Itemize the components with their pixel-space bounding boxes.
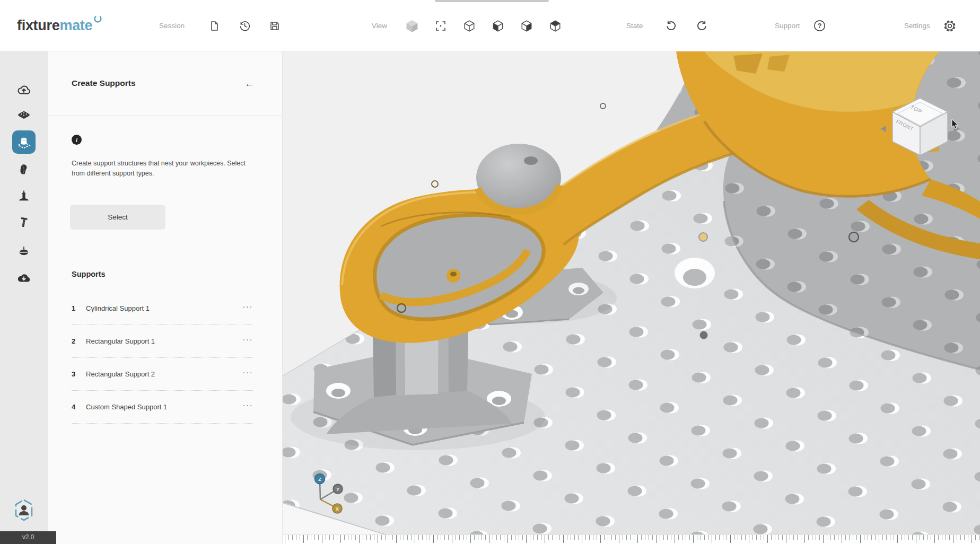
support-name: Rectangular Support 1 xyxy=(86,337,243,345)
shaded-cube-icon[interactable] xyxy=(404,18,420,34)
state-group: State xyxy=(626,0,710,51)
axis-y-label: Y xyxy=(336,487,339,492)
viewport-ruler xyxy=(283,534,980,544)
logo-text-secondary: mate xyxy=(59,17,92,34)
supports-list: 1 Cylindrical Support 1 ··· 2 Rectangula… xyxy=(72,292,253,424)
support-index: 2 xyxy=(72,337,86,345)
support-name: Cylindrical Support 1 xyxy=(86,304,243,312)
iso-cube-icon[interactable] xyxy=(461,18,477,34)
3d-viewport[interactable]: TOP FRONT Z Y X xyxy=(283,51,980,544)
create-supports-panel: Create Supports ← i Create support struc… xyxy=(48,51,283,544)
svg-text:?: ? xyxy=(817,22,821,30)
support-name: Custom Shaped Support 1 xyxy=(86,403,243,411)
session-label: Session xyxy=(159,22,185,30)
save-icon[interactable] xyxy=(267,18,283,34)
state-label: State xyxy=(626,22,643,30)
download-cloud-icon[interactable] xyxy=(0,270,48,286)
panel-title: Create Supports xyxy=(72,78,136,88)
logo-text-primary: fixture xyxy=(17,17,59,34)
cube-face-left-icon[interactable] xyxy=(490,18,506,34)
select-button[interactable]: Select xyxy=(70,205,165,230)
tool-rail xyxy=(0,51,48,544)
support-list-item[interactable]: 4 Custom Shaped Support 1 ··· xyxy=(72,391,253,424)
support-list-item[interactable]: 2 Rectangular Support 1 ··· xyxy=(72,325,253,358)
session-group: Session xyxy=(159,0,283,51)
support-label: Support xyxy=(775,22,800,30)
support-list-item[interactable]: 1 Cylindrical Support 1 ··· xyxy=(72,292,253,325)
support-index: 3 xyxy=(72,370,86,378)
clamp-icon[interactable] xyxy=(0,188,48,204)
create-supports-icon[interactable] xyxy=(12,130,36,154)
upload-cloud-icon[interactable] xyxy=(0,82,48,98)
app-header: fixturemate Session xyxy=(0,0,980,51)
app-logo: fixturemate xyxy=(17,0,102,51)
support-index: 4 xyxy=(72,403,86,411)
cube-face-top-icon[interactable] xyxy=(547,18,563,34)
axis-z-label: Z xyxy=(318,477,321,482)
history-icon[interactable] xyxy=(237,18,252,34)
user-avatar[interactable] xyxy=(13,498,35,522)
workpiece-icon[interactable] xyxy=(0,162,48,178)
item-menu-icon[interactable]: ··· xyxy=(243,372,253,375)
help-icon[interactable]: ? xyxy=(811,18,827,34)
settings-group: Settings xyxy=(904,0,958,51)
support-group: Support ? xyxy=(775,0,827,51)
support-boss-cylinder xyxy=(476,144,561,212)
item-menu-icon[interactable]: ··· xyxy=(243,306,253,310)
item-menu-icon[interactable]: ··· xyxy=(243,405,253,408)
support-name: Rectangular Support 2 xyxy=(86,370,243,378)
axis-x-label: X xyxy=(336,506,339,512)
knob-icon[interactable] xyxy=(0,243,48,259)
undo-icon[interactable] xyxy=(663,18,679,34)
3d-scene: TOP FRONT Z Y X xyxy=(283,51,980,544)
cube-face-right-icon[interactable] xyxy=(519,18,535,34)
support-index: 1 xyxy=(72,304,86,312)
supports-heading: Supports xyxy=(72,270,253,278)
fixturemate-app: fixturemate Session xyxy=(0,0,980,544)
settings-label: Settings xyxy=(904,22,930,30)
version-badge: v2.0 xyxy=(0,531,56,544)
view-label: View xyxy=(372,22,387,30)
back-arrow-icon[interactable]: ← xyxy=(244,78,255,89)
panel-description: Create support structures that nest your… xyxy=(72,159,256,179)
screw-icon[interactable] xyxy=(0,215,48,231)
support-list-item[interactable]: 3 Rectangular Support 2 ··· xyxy=(72,358,253,391)
baseplate-icon[interactable] xyxy=(0,107,48,123)
logo-ring-icon xyxy=(93,14,102,23)
settings-gear-icon[interactable] xyxy=(942,18,958,34)
fit-view-icon[interactable] xyxy=(433,18,449,34)
redo-icon[interactable] xyxy=(694,18,710,34)
new-file-icon[interactable] xyxy=(206,18,222,34)
item-menu-icon[interactable]: ··· xyxy=(243,339,253,343)
view-group: View xyxy=(372,0,563,51)
panel-header: Create Supports ← xyxy=(48,51,282,116)
info-icon: i xyxy=(72,135,82,145)
